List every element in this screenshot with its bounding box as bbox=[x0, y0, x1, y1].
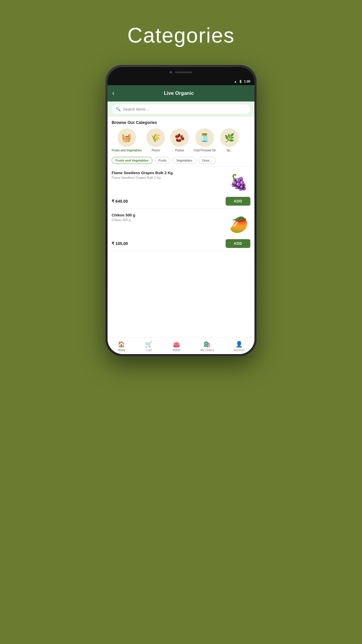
category-label-2: Pulses bbox=[175, 149, 184, 152]
product-top-0: Flame Seedless Grapes Bulk 2 Kg Flame Se… bbox=[112, 171, 250, 194]
product-desc-1: Chikoo 500 g bbox=[112, 218, 227, 222]
product-price-0: ₹ 640.00 bbox=[112, 199, 128, 204]
search-container: 🔍 bbox=[108, 102, 254, 117]
nav-label-4: Account bbox=[234, 349, 245, 352]
category-label-3: Cold Pressed Oil bbox=[194, 149, 215, 152]
product-item-0: Flame Seedless Grapes Bulk 2 Kg Flame Se… bbox=[108, 167, 254, 209]
category-label-4: Sp... bbox=[226, 149, 233, 152]
nav-label-1: Cart bbox=[146, 349, 152, 352]
nav-item-cart[interactable]: 🛒 Cart bbox=[145, 341, 152, 352]
nav-icon-4: 👤 bbox=[236, 341, 243, 348]
category-label-0: Fruits and Vegetables bbox=[112, 149, 142, 152]
product-bottom-1: ₹ 105.00 ADD bbox=[112, 239, 250, 248]
product-top-1: Chikoo 500 g Chikoo 500 g 🥭 bbox=[112, 213, 250, 236]
nav-icon-1: 🛒 bbox=[145, 341, 152, 348]
nav-icon-2: 👛 bbox=[173, 341, 180, 348]
nav-item-home[interactable]: 🏠 Home bbox=[117, 341, 125, 352]
nav-icon-3: 🛍️ bbox=[203, 341, 211, 348]
category-emoji-0: 🧺 bbox=[122, 133, 132, 143]
filter-chip-1[interactable]: Fruits bbox=[155, 157, 171, 164]
category-item-0[interactable]: 🧺 Fruits and Vegetables bbox=[112, 128, 142, 152]
product-bottom-0: ₹ 640.00 ADD bbox=[112, 197, 250, 206]
nav-item-wallet[interactable]: 👛 Wallet bbox=[173, 341, 180, 352]
category-circle-3: 🫙 bbox=[195, 128, 214, 147]
category-item-3[interactable]: 🫙 Cold Pressed Oil bbox=[194, 128, 215, 152]
header-title: Live Organic bbox=[118, 90, 240, 96]
filter-chip-2[interactable]: Vegetables bbox=[173, 157, 196, 164]
status-time: 1:00 bbox=[244, 80, 250, 83]
categories-title: Browse Our Categories bbox=[112, 120, 250, 125]
category-item-1[interactable]: 🌾 Flours bbox=[146, 128, 166, 152]
category-emoji-2: 🫘 bbox=[175, 133, 185, 143]
filter-chip-3[interactable]: Gree... bbox=[198, 157, 216, 164]
category-circle-2: 🫘 bbox=[170, 128, 189, 147]
nav-label-0: Home bbox=[117, 349, 125, 352]
product-emoji-1: 🥭 bbox=[229, 216, 248, 234]
category-emoji-1: 🌾 bbox=[151, 133, 161, 143]
product-image-0: 🍇 bbox=[227, 171, 250, 194]
page-title: Categories bbox=[127, 23, 235, 47]
category-circle-4: 🌿 bbox=[220, 128, 239, 147]
search-bar: 🔍 bbox=[112, 104, 250, 114]
categories-scroll: 🧺 Fruits and Vegetables 🌾 Flours 🫘 Pulse… bbox=[112, 128, 250, 152]
status-bar: ▲ 🔋 1:00 bbox=[108, 78, 254, 85]
nav-label-2: Wallet bbox=[173, 349, 180, 352]
product-name-0: Flame Seedless Grapes Bulk 2 Kg bbox=[112, 171, 227, 175]
nav-item-my-orders[interactable]: 🛍️ My Orders bbox=[201, 341, 214, 352]
categories-section: Browse Our Categories 🧺 Fruits and Veget… bbox=[108, 117, 254, 155]
add-button-1[interactable]: ADD bbox=[226, 239, 250, 248]
product-emoji-0: 🍇 bbox=[229, 174, 248, 191]
product-info-1: Chikoo 500 g Chikoo 500 g bbox=[112, 213, 227, 222]
app-header: ‹ Live Organic bbox=[108, 85, 254, 102]
category-item-2[interactable]: 🫘 Pulses bbox=[170, 128, 189, 152]
category-item-4[interactable]: 🌿 Sp... bbox=[219, 128, 239, 152]
back-button[interactable]: ‹ bbox=[112, 90, 114, 97]
nav-label-3: My Orders bbox=[201, 349, 214, 352]
category-emoji-3: 🫙 bbox=[199, 133, 210, 143]
nav-icon-0: 🏠 bbox=[118, 341, 125, 348]
battery-icon: 🔋 bbox=[239, 80, 242, 83]
product-info-0: Flame Seedless Grapes Bulk 2 Kg Flame Se… bbox=[112, 171, 227, 179]
bottom-nav: 🏠 Home 🛒 Cart 👛 Wallet 🛍️ My Orders 👤 Ac… bbox=[108, 337, 254, 354]
filter-chips: Fruits and VegetablesFruitsVegetablesGre… bbox=[108, 155, 254, 167]
product-list: Flame Seedless Grapes Bulk 2 Kg Flame Se… bbox=[108, 167, 254, 337]
product-price-1: ₹ 105.00 bbox=[112, 241, 128, 246]
add-button-0[interactable]: ADD bbox=[226, 197, 250, 206]
category-emoji-4: 🌿 bbox=[224, 133, 235, 143]
phone-mockup: ▲ 🔋 1:00 ‹ Live Organic 🔍 Browse Our Cat… bbox=[105, 65, 257, 356]
signal-icon: ▲ bbox=[234, 80, 237, 83]
search-icon: 🔍 bbox=[116, 107, 121, 111]
filter-chip-0[interactable]: Fruits and Vegetables bbox=[112, 157, 152, 164]
product-image-1: 🥭 bbox=[227, 213, 250, 236]
product-desc-0: Flame Seedless Grapes Bulk 2 Kg bbox=[112, 176, 227, 179]
camera-dot bbox=[170, 71, 172, 74]
category-circle-0: 🧺 bbox=[117, 128, 136, 147]
product-item-1: Chikoo 500 g Chikoo 500 g 🥭 ₹ 105.00 ADD bbox=[108, 209, 254, 251]
category-label-1: Flours bbox=[152, 149, 160, 152]
phone-notch bbox=[108, 67, 254, 78]
screen: ‹ Live Organic 🔍 Browse Our Categories 🧺… bbox=[108, 85, 254, 354]
product-name-1: Chikoo 500 g bbox=[112, 213, 227, 217]
search-input[interactable] bbox=[123, 107, 246, 111]
nav-item-account[interactable]: 👤 Account bbox=[234, 341, 245, 352]
category-circle-1: 🌾 bbox=[146, 128, 165, 147]
speaker-bar bbox=[175, 71, 192, 73]
